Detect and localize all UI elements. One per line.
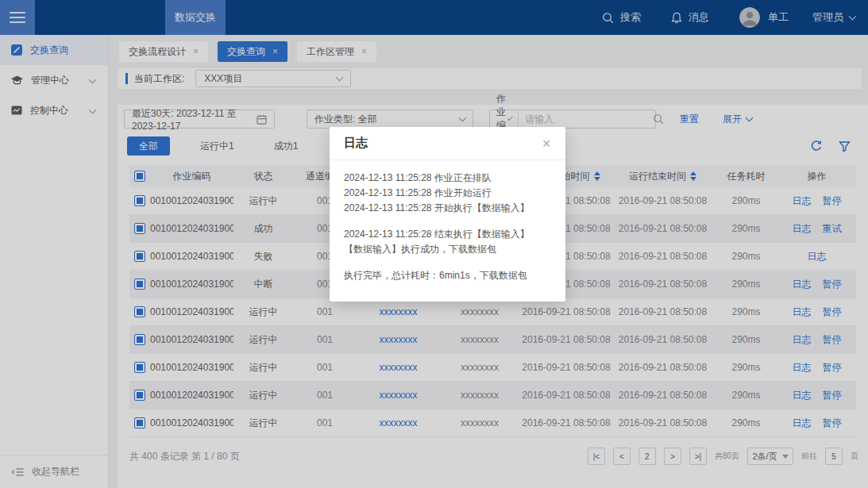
log-line: 2024-12-13 11:25:28 开始执行【数据输入】 <box>344 201 551 216</box>
log-line <box>344 257 551 268</box>
modal-body: 2024-12-13 11:25:28 作业正在排队2024-12-13 11:… <box>330 160 565 294</box>
log-line: 2024-12-13 11:25:28 作业正在排队 <box>344 171 551 186</box>
log-line: 2024-12-13 11:25:28 结束执行【数据输入】 <box>344 227 551 242</box>
log-line <box>344 216 551 227</box>
log-line: 【数据输入】执行成功，下载数据包 <box>344 242 551 257</box>
modal-header: 日志 ✕ <box>330 127 565 160</box>
log-modal: 日志 ✕ 2024-12-13 11:25:28 作业正在排队2024-12-1… <box>330 127 565 302</box>
log-line: 执行完毕，总计耗时：6min1s，下载数据包 <box>344 268 551 283</box>
screen: 数据交换 搜索 消息 单工 管理员 <box>0 0 868 488</box>
modal-title: 日志 <box>344 136 368 151</box>
log-line: 2024-12-13 11:25:28 作业开始运行 <box>344 186 551 201</box>
close-icon[interactable]: ✕ <box>542 138 551 149</box>
